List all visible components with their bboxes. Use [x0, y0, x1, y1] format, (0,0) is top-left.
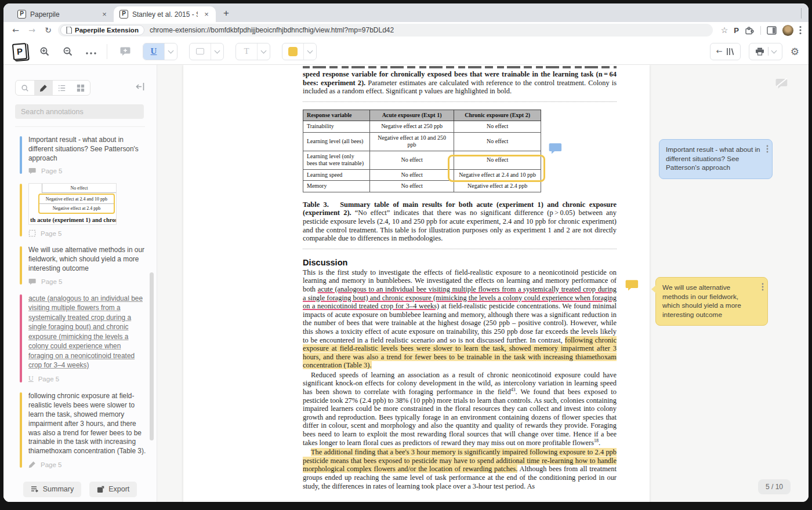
zoom-out-icon[interactable]	[63, 46, 73, 57]
annotation-page-label: Page 5	[38, 376, 59, 382]
sidebar-scrollbar-thumb[interactable]	[150, 272, 154, 440]
text-tool-button[interactable]: T	[236, 43, 257, 60]
collapse-sidebar-icon[interactable]	[136, 82, 145, 93]
profile-avatar[interactable]	[782, 25, 793, 36]
back-icon[interactable]: ←	[9, 26, 22, 35]
zoom-in-icon[interactable]	[39, 46, 50, 57]
yellow-comment-bubble-icon[interactable]	[625, 279, 639, 292]
annotation-page-label: Page 5	[41, 278, 62, 285]
note-menu-kebab-icon[interactable]	[762, 283, 764, 291]
annotation-card-underline[interactable]: acute (analogous to an individual bee vi…	[20, 294, 147, 383]
library-books-icon	[726, 48, 734, 56]
search-view-icon[interactable]	[16, 81, 34, 95]
side-panel-icon[interactable]	[767, 26, 777, 35]
address-bar: ← → ↻ Paperpile Extension chrome-extensi…	[3, 22, 809, 38]
add-comment-icon[interactable]	[120, 46, 131, 56]
table3-caption: Table 3. Summary table of main results f…	[303, 201, 617, 243]
table2-caption: speed response variable for chronically …	[303, 70, 617, 96]
extension-chip[interactable]: Paperpile Extension	[60, 25, 144, 35]
extensions-puzzle-icon[interactable]	[745, 26, 755, 35]
note-menu-kebab-icon[interactable]	[766, 145, 768, 153]
table-cell: Learning speed	[303, 169, 370, 181]
highlight-color-dropdown[interactable]	[303, 43, 316, 60]
export-button[interactable]: Export	[89, 482, 137, 497]
highlight-color-group	[282, 43, 317, 60]
rectangle-annotation[interactable]	[448, 155, 545, 182]
table-cell: No effect	[454, 132, 541, 151]
browser-menu-kebab-icon[interactable]	[799, 26, 802, 35]
export-button-label: Export	[108, 485, 129, 493]
highlighter-pen-icon	[28, 461, 36, 468]
tab-search-icon[interactable]	[801, 8, 802, 19]
summary-button[interactable]: Summary	[23, 482, 81, 497]
table-cell: No effect	[369, 169, 454, 181]
annotation-snapshot: No effect Negative effect at 2.4 and 10 …	[28, 183, 117, 225]
table-row: Trainability Negative effect at 250 ppb …	[303, 121, 541, 133]
document-icon	[66, 27, 72, 34]
margin-note-text: Important result - what about in differe…	[666, 145, 760, 172]
snapshot-cell: No effect	[42, 184, 116, 193]
table-cell: Trainability	[303, 121, 370, 133]
dotted-separator	[303, 101, 617, 102]
reload-icon[interactable]: ↻	[42, 26, 55, 35]
url-text: chrome-extension://bomfdkbfpdhijjbeoicnf…	[150, 26, 394, 34]
hide-comments-icon[interactable]	[775, 78, 788, 89]
table-cell: Negative effect at 2.4 ppb	[454, 181, 541, 192]
highlight-color-button[interactable]	[282, 43, 303, 60]
forward-icon[interactable]: →	[26, 26, 38, 35]
snapshot-caption: th acute (experiment 1) and chronic	[29, 214, 116, 224]
tab-title: Paperpile	[30, 10, 96, 19]
paperpile-logo[interactable]: P	[12, 43, 27, 60]
text-tool-dropdown[interactable]	[257, 43, 270, 60]
annotation-card-comment[interactable]: We will use alternative methods in our f…	[20, 246, 147, 285]
table-header-cell: Acute exposure (Expt 1)	[369, 110, 454, 121]
annotation-card-comment[interactable]: Important result - what about in differe…	[20, 136, 147, 174]
tab-close-icon[interactable]	[202, 10, 211, 19]
back-to-library-button[interactable]: ←	[710, 43, 741, 60]
discussion-paragraph-3: The additional finding that a bee's 3 ho…	[303, 448, 617, 490]
page-indicator: 5 / 10	[758, 479, 791, 494]
more-tools-icon[interactable]	[86, 46, 96, 57]
annotation-color-bar	[20, 136, 22, 174]
margin-note-yellow[interactable]: We will use alternative methods in our f…	[655, 277, 768, 326]
underline-tool-dropdown[interactable]	[164, 43, 177, 60]
pdf-text-column: speed response variable for chronically …	[303, 65, 617, 490]
omnibox[interactable]: Paperpile Extension chrome-extension://b…	[58, 24, 713, 37]
annotation-meta: Page 5	[28, 278, 147, 285]
search-annotations-input[interactable]	[15, 104, 144, 119]
main-area: Important result - what about in differe…	[3, 65, 809, 502]
annotation-color-bar	[20, 246, 22, 284]
rectangle-tool-button[interactable]	[190, 43, 211, 60]
document-viewport[interactable]: speed response variable for chronically …	[157, 65, 809, 502]
text-tool-group: T	[235, 43, 270, 60]
rectangle-tool-dropdown[interactable]	[211, 43, 223, 60]
tab-stanley-paper[interactable]: P Stanley et al. 2015 - Sci. Rep.	[114, 6, 216, 22]
annotation-page-label: Page 5	[41, 167, 62, 174]
thumbnails-view-icon[interactable]	[71, 81, 90, 95]
table-cell: No effect	[369, 181, 454, 192]
annotation-text: following chronic exposure at field-real…	[28, 392, 147, 456]
underline-tool-button[interactable]: U	[143, 43, 164, 60]
table-cell: Learning level (only bees that were trai…	[303, 151, 370, 169]
annotations-view-icon[interactable]	[34, 81, 53, 95]
annotation-card-highlight[interactable]: following chronic exposure at field-real…	[20, 392, 147, 468]
margin-note-blue[interactable]: Important result - what about in differe…	[659, 139, 773, 179]
print-dropdown-icon[interactable]	[771, 48, 777, 53]
new-tab-button[interactable]	[219, 7, 233, 21]
table-row: Learning level (all bees) Negative effec…	[303, 132, 541, 151]
paperpile-extension-icon[interactable]: P	[734, 26, 739, 35]
annotation-quote-text: acute (analogous to an individual bee vi…	[28, 294, 147, 370]
blue-comment-bubble-icon[interactable]	[549, 142, 563, 155]
crop-area-icon	[28, 230, 36, 237]
toolbar-right: ← ⚙	[710, 43, 799, 60]
annotation-color-bar	[20, 294, 22, 382]
tab-close-icon[interactable]	[100, 10, 109, 19]
annotation-meta: Page 5	[28, 230, 147, 237]
table-cell: Learning level (all bees)	[303, 132, 370, 151]
bookmark-star-icon[interactable]: ☆	[721, 26, 728, 35]
print-button-group[interactable]	[749, 43, 782, 60]
tab-paperpile[interactable]: P Paperpile	[12, 6, 114, 22]
settings-gear-icon[interactable]: ⚙	[791, 46, 799, 57]
outline-view-icon[interactable]	[53, 81, 71, 95]
annotation-card-area[interactable]: No effect Negative effect at 2.4 and 10 …	[20, 183, 147, 237]
